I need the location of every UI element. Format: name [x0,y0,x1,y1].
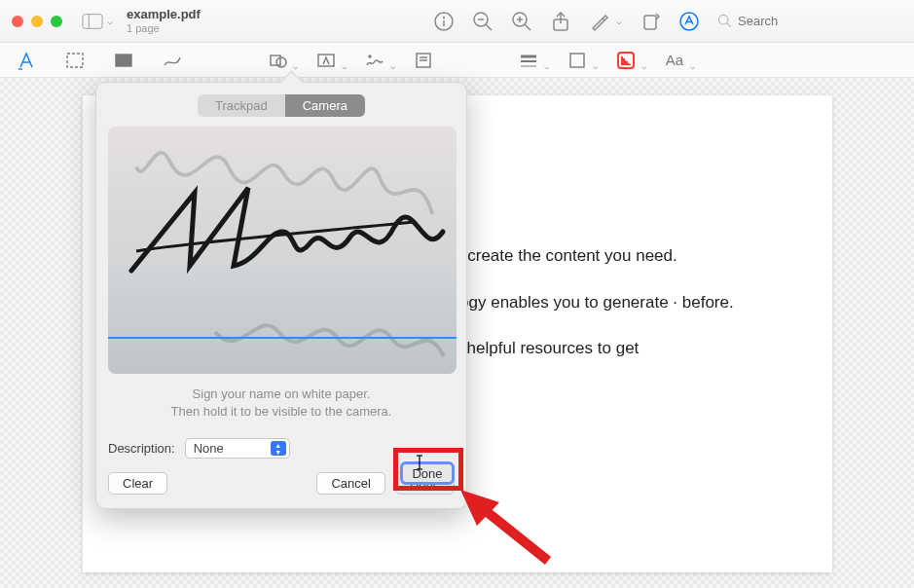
svg-rect-33 [570,54,584,67]
markup-icon[interactable] [678,11,700,32]
svg-rect-23 [271,55,280,65]
svg-point-4 [444,17,445,18]
sidebar-toggle-button[interactable]: ⌵ [82,13,113,30]
svg-rect-21 [67,54,83,67]
svg-line-18 [727,23,731,27]
minimize-window-button[interactable] [31,16,43,27]
signature-instructions: Sign your name on white paper. Then hold… [108,386,455,421]
tab-trackpad[interactable]: Trackpad [198,94,285,117]
description-select[interactable]: None ........ ▲▼ [185,438,290,459]
text-tool-icon[interactable] [315,50,337,71]
search-field[interactable] [717,14,902,28]
svg-point-26 [369,55,371,57]
zoom-out-icon[interactable] [472,11,494,32]
cancel-button[interactable]: Cancel [316,472,384,495]
border-style-icon[interactable] [518,50,539,71]
info-icon[interactable] [433,11,455,32]
rotate-icon[interactable] [640,11,661,32]
search-icon [717,14,732,28]
description-value: None [194,441,224,456]
text-style-icon[interactable]: Aa [664,50,685,71]
window-titlebar: ⌵ example.pdf 1 page ⌵ [0,0,914,43]
camera-baseline-guide [108,337,457,339]
fullscreen-window-button[interactable] [51,16,62,27]
svg-rect-0 [83,14,102,28]
signature-mode-segmented-control: Trackpad Camera [108,94,455,117]
note-tool-icon[interactable] [413,50,434,71]
chevron-down-icon[interactable]: ⌵ [616,16,622,26]
share-icon[interactable] [550,11,571,32]
svg-rect-22 [116,55,131,66]
svg-line-6 [486,24,492,30]
tab-camera[interactable]: Camera [285,94,365,117]
fill-color-swatch [617,52,635,69]
markup-toolbar: Aa [0,43,914,78]
description-label: Description: [108,441,175,456]
svg-line-9 [525,24,530,30]
search-input[interactable] [738,14,874,28]
done-button-focused[interactable]: Done [400,461,455,485]
camera-preview [108,127,457,374]
rect-selection-tool-icon[interactable] [64,50,86,71]
signature-mirror-icon [205,308,449,374]
toolbar-actions: ⌵ [433,11,902,32]
document-filename: example.pdf [127,8,201,21]
shapes-tool-icon[interactable] [267,50,288,71]
select-stepper-icon: ▲▼ [271,441,286,456]
svg-point-24 [276,57,286,67]
signature-main-icon [122,173,453,290]
document-title-block: example.pdf 1 page [127,8,201,33]
document-page-count: 1 page [127,22,201,34]
text-selection-tool-icon[interactable] [16,50,37,71]
border-color-icon[interactable] [567,50,588,71]
chevron-down-icon: ⌵ [107,16,113,26]
sign-tool-icon[interactable] [364,50,385,71]
clear-button[interactable]: Clear [108,472,167,495]
close-window-button[interactable] [12,16,23,27]
sketch-tool-icon[interactable] [162,50,183,71]
highlight-icon[interactable] [589,11,610,32]
zoom-in-icon[interactable] [511,11,532,32]
window-traffic-lights [12,16,62,27]
signature-capture-popover: Trackpad Camera Sign your name on white … [95,82,467,509]
fill-color-icon[interactable] [615,50,637,71]
svg-rect-14 [644,16,656,29]
svg-point-17 [718,15,728,24]
redact-tool-icon[interactable] [113,50,134,71]
